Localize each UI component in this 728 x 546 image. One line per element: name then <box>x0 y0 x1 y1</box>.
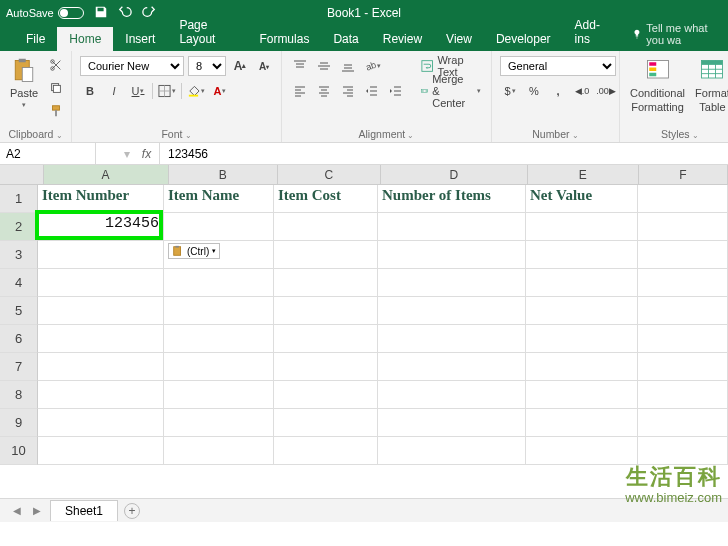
tab-view[interactable]: View <box>434 27 484 51</box>
cell[interactable]: Item Name <box>164 185 274 213</box>
autosave-toggle[interactable]: AutoSave <box>6 7 84 19</box>
align-right-button[interactable] <box>338 81 358 101</box>
cell[interactable] <box>526 269 638 297</box>
cell[interactable] <box>164 381 274 409</box>
cell[interactable] <box>38 437 164 465</box>
cell[interactable] <box>38 325 164 353</box>
cell[interactable] <box>274 381 378 409</box>
cell[interactable] <box>378 409 526 437</box>
font-color-button[interactable]: A <box>210 81 230 101</box>
cell[interactable] <box>164 297 274 325</box>
cell[interactable] <box>164 409 274 437</box>
row-header-3[interactable]: 3 <box>0 241 38 269</box>
cell[interactable] <box>378 353 526 381</box>
font-size-select[interactable]: 8 <box>188 56 226 76</box>
cell[interactable] <box>638 437 728 465</box>
cell[interactable] <box>638 353 728 381</box>
tab-formulas[interactable]: Formulas <box>247 27 321 51</box>
row-header-9[interactable]: 9 <box>0 409 38 437</box>
cell[interactable] <box>526 213 638 241</box>
redo-icon[interactable] <box>142 5 156 21</box>
decrease-decimal-button[interactable]: .00▶ <box>596 81 616 101</box>
row-header-6[interactable]: 6 <box>0 325 38 353</box>
align-center-button[interactable] <box>314 81 334 101</box>
spreadsheet-grid[interactable]: A B C D E F 12345678910 (Ctrl) ▾ Item Nu… <box>0 165 728 465</box>
comma-format-button[interactable]: , <box>548 81 568 101</box>
cell[interactable] <box>274 241 378 269</box>
cell[interactable] <box>526 353 638 381</box>
cell[interactable] <box>526 241 638 269</box>
tab-page-layout[interactable]: Page Layout <box>167 13 247 51</box>
cell[interactable] <box>38 353 164 381</box>
cell[interactable] <box>638 269 728 297</box>
underline-button[interactable]: U <box>128 81 148 101</box>
row-header-7[interactable]: 7 <box>0 353 38 381</box>
cell[interactable] <box>526 325 638 353</box>
row-header-2[interactable]: 2 <box>0 213 38 241</box>
increase-decimal-button[interactable]: ◀.0 <box>572 81 592 101</box>
increase-font-button[interactable]: A▴ <box>230 56 250 76</box>
align-middle-button[interactable] <box>314 56 334 76</box>
cell[interactable] <box>274 213 378 241</box>
cell[interactable]: Item Number <box>38 185 164 213</box>
cell[interactable] <box>378 381 526 409</box>
cell[interactable]: Item Cost <box>274 185 378 213</box>
column-header-e[interactable]: E <box>528 165 639 184</box>
cell[interactable] <box>164 437 274 465</box>
cell[interactable]: 123456 <box>38 213 164 241</box>
conditional-formatting-button[interactable]: Conditional Formatting <box>628 55 687 115</box>
number-format-select[interactable]: General <box>500 56 616 76</box>
cell[interactable] <box>638 241 728 269</box>
cell[interactable] <box>164 353 274 381</box>
cell[interactable] <box>378 241 526 269</box>
cell[interactable] <box>274 297 378 325</box>
cell[interactable] <box>526 381 638 409</box>
paste-button[interactable]: Paste ▾ <box>8 55 40 111</box>
cell[interactable] <box>274 325 378 353</box>
cell[interactable] <box>378 213 526 241</box>
column-header-c[interactable]: C <box>278 165 381 184</box>
cell[interactable] <box>638 213 728 241</box>
cell[interactable]: Number of Items <box>378 185 526 213</box>
cell[interactable] <box>378 437 526 465</box>
cell[interactable] <box>274 353 378 381</box>
cell-area[interactable]: (Ctrl) ▾ Item NumberItem NameItem CostNu… <box>38 185 728 465</box>
sheet-nav-next[interactable]: ▶ <box>30 505 44 516</box>
row-header-5[interactable]: 5 <box>0 297 38 325</box>
cell[interactable] <box>38 269 164 297</box>
row-header-10[interactable]: 10 <box>0 437 38 465</box>
cell[interactable] <box>638 325 728 353</box>
cell[interactable] <box>638 409 728 437</box>
cell[interactable] <box>526 297 638 325</box>
percent-format-button[interactable]: % <box>524 81 544 101</box>
tab-file[interactable]: File <box>14 27 57 51</box>
cell[interactable] <box>638 381 728 409</box>
tab-home[interactable]: Home <box>57 27 113 51</box>
font-name-select[interactable]: Courier New <box>80 56 184 76</box>
cell[interactable] <box>638 297 728 325</box>
cell[interactable] <box>164 269 274 297</box>
tab-developer[interactable]: Developer <box>484 27 563 51</box>
cell[interactable] <box>526 437 638 465</box>
add-sheet-button[interactable]: + <box>124 503 140 519</box>
row-header-1[interactable]: 1 <box>0 185 38 213</box>
formula-input[interactable]: 123456 <box>160 147 728 161</box>
cell[interactable] <box>274 409 378 437</box>
select-all-corner[interactable] <box>0 165 44 184</box>
cell[interactable] <box>378 297 526 325</box>
cell[interactable] <box>378 269 526 297</box>
undo-icon[interactable] <box>118 5 132 21</box>
cut-button[interactable] <box>46 55 66 75</box>
bold-button[interactable]: B <box>80 81 100 101</box>
toggle-off-icon[interactable] <box>58 7 84 19</box>
merge-center-button[interactable]: Merge & Center <box>416 80 486 102</box>
align-left-button[interactable] <box>290 81 310 101</box>
cell[interactable] <box>638 185 728 213</box>
row-header-8[interactable]: 8 <box>0 381 38 409</box>
sheet-tab-sheet1[interactable]: Sheet1 <box>50 500 118 521</box>
column-header-d[interactable]: D <box>381 165 528 184</box>
insert-function-button[interactable]: fx <box>134 143 160 164</box>
increase-indent-button[interactable] <box>386 81 406 101</box>
italic-button[interactable]: I <box>104 81 124 101</box>
cell[interactable] <box>38 241 164 269</box>
